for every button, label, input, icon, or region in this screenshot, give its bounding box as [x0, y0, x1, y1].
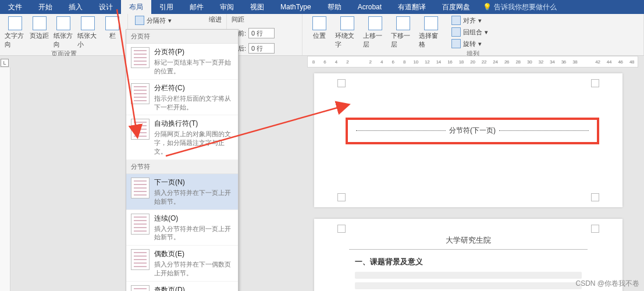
group-button[interactable]: 回组合 ▾	[449, 27, 490, 37]
group-arrange: 位置 环绕文字 上移一层 下移一层 选择窗格 对齐 ▾ 回组合 ▾ 旋转 ▾ 排…	[303, 14, 644, 55]
align-icon	[451, 16, 461, 25]
tab-baidu[interactable]: 百度网盘	[434, 0, 478, 14]
dd-next-title: 下一页(N)	[154, 178, 233, 187]
column-break-icon	[131, 83, 150, 104]
orientation-button[interactable]: 纸张方向	[54, 15, 74, 49]
next-page-break-icon	[131, 178, 150, 198]
text-direction-label: 文字方向	[5, 31, 26, 49]
text-direction-button[interactable]: 文字方向	[5, 15, 26, 49]
section-break-marker: 分节符(下一页)	[353, 126, 592, 136]
section-break-highlight: 分节符(下一页)	[346, 118, 599, 144]
spacing-label: 间距	[232, 15, 244, 24]
dd-item-continuous[interactable]: 连续(O)插入分节符并在同一页上开始新节。	[126, 210, 238, 246]
rotate-label: 旋转	[463, 40, 476, 48]
dd-item-page-break[interactable]: 分页符(P)标记一页结束与下一页开始的位置。	[126, 44, 238, 80]
indent-label: 缩进	[209, 15, 222, 24]
page-break-icon	[131, 47, 150, 68]
dd-item-next-page[interactable]: 下一页(N)插入分节符并在下一页上开始新节。	[126, 174, 238, 210]
tab-insert[interactable]: 插入	[61, 0, 91, 14]
tab-acrobat[interactable]: Acrobat	[350, 0, 390, 14]
group-icon	[451, 27, 461, 37]
rotate-icon	[451, 39, 461, 48]
bring-forward-button[interactable]: 上移一层	[363, 15, 387, 49]
dd-item-even-page[interactable]: 偶数页(E)插入分节符并在下一偶数页上开始新节。	[126, 246, 238, 282]
columns-label: 栏	[109, 31, 116, 40]
dd-next-desc: 插入分节符并在下一页上开始新节。	[154, 189, 233, 206]
watermark: CSDN @你卷我不卷	[575, 279, 639, 289]
backward-label: 下移一层	[391, 31, 415, 49]
tab-file[interactable]: 文件	[0, 0, 30, 14]
ribbon: 文字方向 页边距 纸张方向 纸张大小 栏 页面设置 分隔符 ▾ 缩进 间距 段前…	[0, 14, 644, 56]
dd-item-text-wrap[interactable]: 自动换行符(T)分隔网页上的对象周围的文字，如分隔题注文字与正文。	[126, 115, 238, 160]
dd-cont-title: 连续(O)	[154, 214, 233, 223]
wrap-label: 环绕文字	[335, 31, 360, 49]
forward-label: 上移一层	[363, 31, 387, 49]
size-label: 纸张大小	[77, 31, 98, 49]
tab-review[interactable]: 审阅	[212, 0, 242, 14]
tab-home[interactable]: 开始	[30, 0, 61, 14]
dd-column-title: 分栏符(C)	[154, 83, 233, 93]
blurred-text-2	[355, 282, 582, 289]
tab-layout[interactable]: 布局	[121, 0, 151, 14]
ribbon-tabs: 文件 开始 插入 设计 布局 引用 邮件 审阅 视图 MathType 帮助 A…	[0, 0, 644, 14]
columns-button[interactable]: 栏	[102, 15, 123, 40]
blurred-text-1	[355, 272, 582, 279]
document-area: L 86422468101214161820222426283032343638…	[0, 56, 644, 291]
even-page-break-icon	[131, 249, 150, 270]
dd-wrap-title: 自动换行符(T)	[154, 119, 233, 129]
tab-mathtype[interactable]: MathType	[272, 0, 319, 14]
dd-column-desc: 指示分栏符后面的文字将从下一栏开始。	[154, 94, 233, 112]
tab-references[interactable]: 引用	[151, 0, 182, 14]
wrap-text-button[interactable]: 环绕文字	[335, 15, 360, 49]
vertical-ruler[interactable]	[0, 68, 10, 291]
group-obj-label: 回组合	[463, 28, 482, 37]
tab-view[interactable]: 视图	[242, 0, 272, 14]
position-label: 位置	[313, 31, 326, 40]
dd-page-desc: 标记一页结束与下一页开始的位置。	[154, 58, 233, 76]
size-button[interactable]: 纸张大小	[77, 15, 98, 49]
dd-page-title: 分页符(P)	[154, 47, 233, 57]
page2-heading: 一、课题背景及意义	[355, 257, 582, 267]
send-backward-button[interactable]: 下移一层	[391, 15, 415, 49]
orientation-label: 纸张方向	[54, 31, 74, 49]
dd-item-column-break[interactable]: 分栏符(C)指示分栏符后面的文字将从下一栏开始。	[126, 80, 238, 116]
spacing-after-input[interactable]: 0 行	[248, 43, 275, 54]
odd-page-break-icon	[131, 285, 150, 291]
breaks-label: 分隔符	[147, 16, 166, 25]
text-wrap-break-icon	[131, 119, 150, 140]
tab-design[interactable]: 设计	[91, 0, 121, 14]
dd-cont-desc: 插入分节符并在同一页上开始新节。	[154, 225, 233, 242]
align-button[interactable]: 对齐 ▾	[449, 15, 490, 26]
align-label: 对齐	[463, 16, 476, 25]
rotate-button[interactable]: 旋转 ▾	[449, 38, 490, 49]
page2-header-text: 大学研究生院	[314, 232, 622, 249]
horizontal-ruler[interactable]: 8642246810121416182022242628303234363842…	[307, 56, 638, 68]
dd-item-odd-page[interactable]: 奇数页(D)插入分节符并在下一奇数页上开始新节。	[126, 282, 238, 291]
dd-section-section-breaks: 分节符	[126, 160, 238, 174]
continuous-break-icon	[131, 214, 150, 235]
dd-section-page-breaks: 分页符	[126, 30, 238, 44]
tab-mailings[interactable]: 邮件	[182, 0, 212, 14]
group-page-setup: 文字方向 页边距 纸张方向 纸张大小 栏 页面设置	[0, 14, 128, 55]
margins-button[interactable]: 页边距	[29, 15, 50, 40]
position-button[interactable]: 位置	[307, 15, 332, 40]
page-1[interactable]: 分节符(下一页)	[314, 73, 622, 207]
tab-help[interactable]: 帮助	[319, 0, 350, 14]
dd-odd-title: 奇数页(D)	[154, 285, 233, 291]
margins-label: 页边距	[30, 31, 49, 40]
tell-me-input[interactable]: 告诉我你想要做什么	[483, 0, 557, 14]
tab-youdao[interactable]: 有道翻译	[390, 0, 434, 14]
selection-pane-button[interactable]: 选择窗格	[419, 15, 443, 49]
tab-selector[interactable]: L	[1, 59, 9, 67]
dd-even-title: 偶数页(E)	[154, 249, 233, 259]
dd-wrap-desc: 分隔网页上的对象周围的文字，如分隔题注文字与正文。	[154, 130, 233, 156]
dd-even-desc: 插入分节符并在下一偶数页上开始新节。	[154, 260, 233, 278]
breaks-icon	[135, 16, 144, 25]
breaks-dropdown-button[interactable]: 分隔符 ▾	[133, 15, 174, 26]
selection-pane-label: 选择窗格	[419, 31, 443, 49]
breaks-dropdown-panel: 分页符 分页符(P)标记一页结束与下一页开始的位置。 分栏符(C)指示分栏符后面…	[126, 29, 239, 291]
spacing-before-input[interactable]: 0 行	[248, 28, 275, 38]
